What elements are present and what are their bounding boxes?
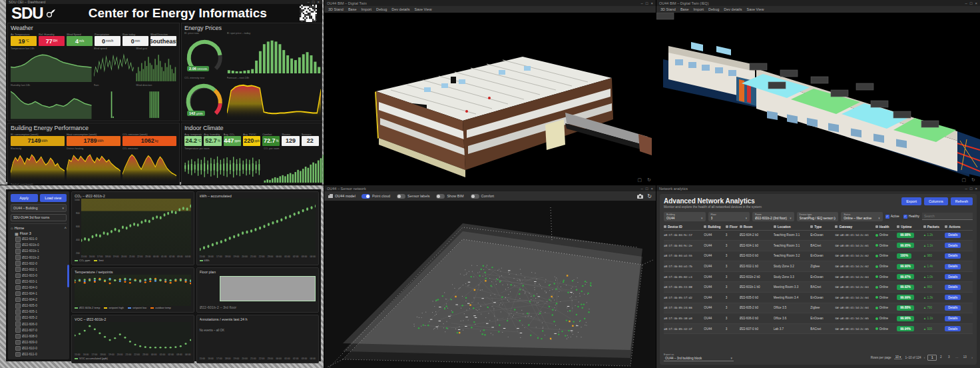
checkbox-icon[interactable] <box>15 334 21 339</box>
tree-item[interactable]: Ø22-602-1 <box>15 267 67 272</box>
tree-item[interactable]: Ø22-601b-1 <box>15 249 67 254</box>
filter-select[interactable]: Floor3▾ <box>708 212 750 221</box>
window-controls[interactable]: –□× <box>965 1 977 5</box>
page-button[interactable]: 1 <box>927 355 937 361</box>
toolbar-toggle[interactable]: Point cloud <box>362 194 390 199</box>
viewport-controls[interactable]: ▢ ↻ <box>962 177 977 183</box>
page-button[interactable]: … <box>953 355 961 361</box>
window-controls[interactable]: –□× <box>965 187 977 191</box>
checkbox-icon[interactable] <box>15 291 21 297</box>
checkbox-icon[interactable] <box>15 267 21 272</box>
table-row[interactable]: a8:1f:3b:05:42:3f OU44 3 Ø22-607-0 b0 La… <box>664 324 973 335</box>
floorplan-panel[interactable]: Floor plan Ø22-601b-2 – 3rd floor <box>196 267 320 313</box>
checkbox-icon[interactable] <box>15 273 21 279</box>
checkbox-icon[interactable] <box>15 237 21 242</box>
checkbox-icon[interactable] <box>15 340 21 345</box>
search-input[interactable]: SDU-OU44 3rd floor rooms <box>11 214 67 221</box>
toolbar-toggle[interactable]: Show BIM <box>436 194 463 199</box>
checkbox-icon[interactable] <box>15 327 21 333</box>
bim-3d-canvas[interactable]: ▢ ↻ <box>324 13 656 185</box>
tree-item[interactable]: Ø22-604-2 <box>15 297 67 303</box>
checkbox-icon[interactable] <box>15 309 21 315</box>
annotations-panel[interactable]: Annotations / events last 24 h No events… <box>196 315 320 363</box>
tree-item[interactable]: Ø22-607-0 <box>15 327 67 333</box>
menu-item[interactable]: Import <box>693 7 704 11</box>
building-select[interactable]: OU44 – Building▾ <box>11 204 67 212</box>
tree-root[interactable]: ⌂Home˄ <box>11 226 67 230</box>
menu-item[interactable]: Dev details <box>391 7 409 11</box>
table-row[interactable]: a8:1f:3b:05:11:08 OU44 3 Ø22-601b-1 b0 M… <box>664 282 973 293</box>
tree-item[interactable]: Ø22-606-0 <box>15 321 67 327</box>
tree-item[interactable]: Ø22-603-0 <box>15 273 67 279</box>
column-header[interactable]: Gateway <box>835 225 875 229</box>
table-row[interactable]: a8:1f:3b:05:1f:d2 OU44 3 Ø22-605-0 b0 Me… <box>664 293 973 303</box>
reset-view-icon[interactable]: ↻ <box>647 193 652 199</box>
checkbox-icon[interactable] <box>15 249 21 254</box>
load-view-button[interactable]: Load view <box>40 194 67 202</box>
tree-item[interactable]: Ø22-605-2 <box>15 315 67 321</box>
details-button[interactable]: Details <box>945 285 961 290</box>
checkbox-icon[interactable] <box>15 346 21 351</box>
toolbar-toggle[interactable]: Comfort <box>471 194 495 199</box>
details-button[interactable]: Details <box>945 243 961 248</box>
window-controls[interactable]: –□× <box>641 1 653 5</box>
toolbar-toggle[interactable]: Sensor labels <box>397 194 429 199</box>
kwh-panel[interactable]: kWh – accumulated 15:0016:0017:0018:0019… <box>196 191 320 265</box>
next-page-button[interactable]: › <box>971 355 973 359</box>
checkbox-icon[interactable] <box>15 321 21 327</box>
column-header[interactable]: Health <box>875 225 897 229</box>
page-button[interactable]: 13 <box>961 355 969 361</box>
temperature-panel[interactable]: Temperature / setpoints Ø22-601b-2 temps… <box>71 267 194 313</box>
column-header[interactable]: Room <box>740 225 774 229</box>
checkbox-icon[interactable] <box>15 255 21 260</box>
tree-item[interactable]: Ø22-609-0 <box>15 340 67 345</box>
menu-item[interactable]: Debug <box>376 7 387 11</box>
bim-3d-canvas[interactable]: ▢ ↻ <box>656 13 980 185</box>
filter-checkbox[interactable]: ✓Active <box>885 215 899 219</box>
checkbox-icon[interactable] <box>15 352 21 357</box>
menu-item[interactable]: Import <box>361 7 371 11</box>
menu-item[interactable]: 3D Stand <box>328 7 344 11</box>
column-header[interactable]: Floor <box>726 225 740 229</box>
columns-button[interactable]: Columns <box>924 197 948 205</box>
page-button[interactable]: 2 <box>937 355 945 361</box>
rows-per-page-select[interactable]: 10 ▾ <box>894 355 903 359</box>
column-header[interactable]: Location <box>774 225 811 229</box>
details-button[interactable]: Details <box>945 295 961 300</box>
checkbox-icon[interactable] <box>15 285 21 291</box>
column-header[interactable]: Type <box>810 225 835 229</box>
column-header[interactable]: Building <box>704 225 725 229</box>
tree-item[interactable]: Ø22-601-0 <box>15 237 67 242</box>
tree-item[interactable]: Ø22-605-0 <box>15 303 67 309</box>
table-search-input[interactable] <box>922 213 973 220</box>
details-button[interactable]: Details <box>945 305 961 311</box>
tree-group[interactable]: ▦Floor 3 <box>11 231 67 236</box>
filter-select[interactable]: BuildingOU44▾ <box>664 212 706 221</box>
export-button[interactable]: Export <box>901 197 921 205</box>
menu-item[interactable]: Save View <box>747 7 764 11</box>
tree-item[interactable]: Ø22-610-0 <box>15 346 67 351</box>
checkbox-icon[interactable] <box>15 315 21 321</box>
filter-checkbox[interactable]: ✓Healthy <box>903 215 919 219</box>
tree-item[interactable]: Ø22-602-0 <box>15 261 67 266</box>
details-button[interactable]: Details <box>945 264 961 269</box>
scrollbar-thumb[interactable] <box>67 265 69 287</box>
table-row[interactable]: a8:1f:3b:05:30:a9 OU44 3 Ø22-606-0 b0 Of… <box>664 313 973 324</box>
menu-item[interactable]: Base <box>348 7 357 11</box>
details-button[interactable]: Details <box>945 326 961 331</box>
tree-item[interactable]: Ø22-601b-2 <box>15 255 67 260</box>
details-button[interactable]: Details <box>945 233 961 238</box>
tree-item[interactable]: Ø22-605-1 <box>15 309 67 315</box>
table-row[interactable]: a8:1f:3b:04:9c:17 OU44 3 Ø22-604-2 b0 Te… <box>664 231 973 241</box>
column-header[interactable]: Packets <box>923 225 945 229</box>
tree-item[interactable]: Ø22-601b-0 <box>15 243 67 248</box>
table-row[interactable]: a8:1f:3b:04:a1:55 OU44 3 Ø22-603-0 b0 Te… <box>664 251 973 262</box>
column-header[interactable]: Actions <box>945 225 966 229</box>
tree-item[interactable]: Ø22-604-0 <box>15 285 67 291</box>
tree-item[interactable]: Ø22-611-0 <box>15 352 67 357</box>
table-row[interactable]: a8:1f:3b:05:02:c4 OU44 3 Ø22-601b-2 b0 S… <box>664 272 973 283</box>
menu-item[interactable]: Dev details <box>724 7 742 11</box>
checkbox-icon[interactable] <box>15 303 21 309</box>
menu-item[interactable]: Base <box>680 7 689 11</box>
table-row[interactable]: a8:1f:3b:05:24:66 OU44 3 Ø22-605-2 b0 Of… <box>664 303 973 314</box>
